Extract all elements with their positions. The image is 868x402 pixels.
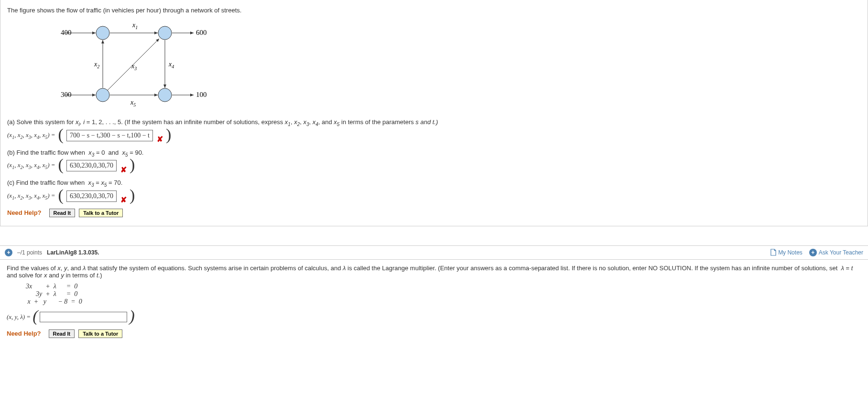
help-row-2: Need Help? Read It Talk to a Tutor — [7, 329, 861, 338]
svg-point-11 — [96, 88, 109, 102]
part-c-prompt: (c) Find the traffic flow when x3 = x5 =… — [7, 179, 861, 188]
wrong-icon: ✘ — [157, 135, 163, 144]
right-paren-icon: ) — [130, 159, 135, 170]
traffic-svg: 400 600 300 100 x1 x2 x3 x4 x5 — [50, 19, 213, 109]
part-c-label: (x1, x2, x3, x4, x5) = — [7, 192, 55, 201]
right-paren-icon: ) — [166, 129, 171, 140]
question-1: The figure shows the flow of traffic (in… — [0, 0, 868, 226]
note-icon — [770, 249, 776, 256]
help-row: Need Help? Read It Talk to a Tutor — [7, 209, 861, 217]
part-a-label: (x1, x2, x3, x4, x5) = — [7, 131, 55, 140]
read-it-button[interactable]: Read It — [49, 209, 76, 217]
edge-x2: x2 — [94, 61, 99, 69]
need-help-label: Need Help? — [7, 209, 42, 216]
left-paren-icon: ( — [58, 129, 64, 140]
left-paren-icon: ( — [33, 310, 38, 322]
header-left: + –/1 points LarLinAlg8 1.3.035. — [5, 249, 99, 256]
part-a-tail: in terms of the parameters — [341, 118, 415, 126]
svg-point-10 — [158, 26, 172, 40]
equation-block: 3x + λ = 0 3y + λ = 0 x + y − 8 = 0 — [26, 283, 861, 306]
part-a-params: s and t.) — [415, 118, 438, 126]
part-b-input[interactable]: 630,230,0,30,70 — [66, 160, 117, 171]
talk-tutor-button-2[interactable]: Talk to a Tutor — [78, 329, 122, 338]
q2-answer-input[interactable] — [40, 312, 127, 322]
part-a-mid: = 1, 2, . . ., 5. (If the system has an … — [87, 118, 285, 126]
need-help-label-2: Need Help? — [7, 330, 41, 337]
my-notes-button[interactable]: My Notes — [770, 249, 803, 256]
ask-teacher-button[interactable]: + Ask Your Teacher — [809, 249, 863, 256]
header-right: My Notes + Ask Your Teacher — [770, 249, 863, 256]
q1-intro: The figure shows the flow of traffic (in… — [7, 7, 861, 14]
part-b-label: (x1, x2, x3, x4, x5) = — [7, 161, 55, 170]
edge-x3: x3 — [131, 63, 137, 71]
right-paren-icon: ) — [130, 190, 135, 201]
points-label: –/1 points — [17, 249, 42, 256]
part-a-pre: (a) Solve this system for — [7, 118, 76, 126]
label-400: 400 — [61, 29, 72, 36]
q2-intro: Find the values of x, y, and λ that sati… — [7, 264, 861, 279]
my-notes-label: My Notes — [778, 249, 803, 256]
left-paren-icon: ( — [58, 159, 64, 170]
plus-icon: + — [809, 249, 817, 256]
expand-icon[interactable]: + — [5, 249, 12, 256]
read-it-button-2[interactable]: Read It — [49, 329, 75, 338]
ask-teacher-label: Ask Your Teacher — [819, 249, 863, 256]
wrong-icon: ✘ — [120, 165, 127, 174]
edge-x4: x4 — [168, 61, 174, 69]
part-a-answer-row: (x1, x2, x3, x4, x5) = ( 700 − s − t,300… — [7, 130, 861, 141]
traffic-figure: 400 600 300 100 x1 x2 x3 x4 x5 — [50, 19, 861, 111]
assignment-id: LarLinAlg8 1.3.035. — [47, 249, 99, 256]
part-b-answer-row: (x1, x2, x3, x4, x5) = ( 630,230,0,30,70… — [7, 160, 861, 171]
svg-point-12 — [158, 88, 172, 102]
label-600: 600 — [196, 29, 207, 36]
question-2-header: + –/1 points LarLinAlg8 1.3.035. My Note… — [0, 245, 868, 260]
talk-tutor-button[interactable]: Talk to a Tutor — [79, 209, 123, 217]
left-paren-icon: ( — [58, 190, 64, 201]
label-300: 300 — [61, 91, 72, 98]
right-paren-icon: ) — [129, 310, 134, 322]
label-100: 100 — [196, 91, 207, 98]
edge-x1: x1 — [132, 21, 138, 30]
question-2-body: Find the values of x, y, and λ that sati… — [0, 260, 868, 343]
part-c-input[interactable]: 630,230,0,30,70 — [66, 190, 117, 202]
edge-x5: x5 — [130, 99, 136, 107]
svg-point-9 — [96, 26, 109, 40]
part-a-prompt: (a) Solve this system for xi, i = 1, 2, … — [7, 118, 861, 127]
q2-answer-row: (x, y, λ) = ( ) — [7, 311, 861, 323]
part-c-answer-row: (x1, x2, x3, x4, x5) = ( 630,230,0,30,70… — [7, 190, 861, 202]
part-b-prompt: (b) Find the traffic flow when x3 = 0 an… — [7, 149, 861, 158]
wrong-icon: ✘ — [120, 195, 127, 204]
q2-answer-label: (x, y, λ) = — [7, 313, 31, 321]
part-a-input[interactable]: 700 − s − t,300 − s − t,100 − t — [66, 130, 153, 141]
